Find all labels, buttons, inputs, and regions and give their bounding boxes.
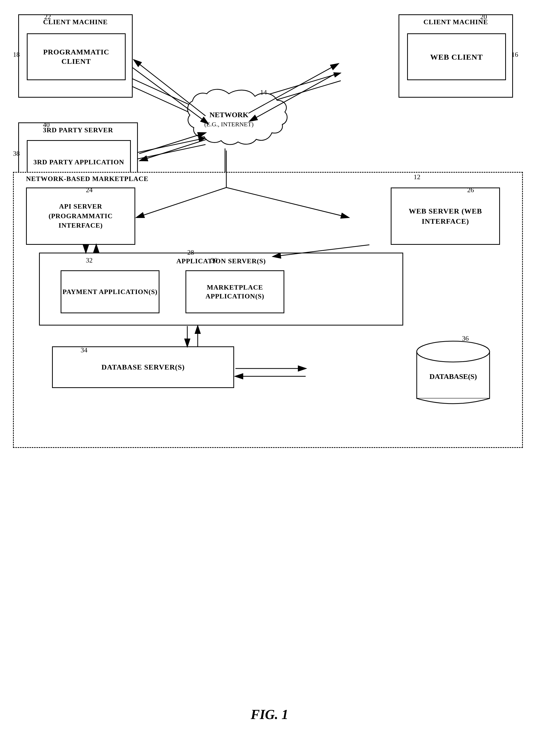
web-client-box: WEB CLIENT [407,33,506,80]
ref-34: 34 [81,346,87,354]
marketplace-label: NETWORK-BASED MARKETPLACE [26,175,149,183]
ref-36: 36 [462,334,469,342]
client-machine-left-label: CLIENT MACHINE [43,18,108,26]
client-machine-left-outer: CLIENT MACHINE PROGRAMMATIC CLIENT [18,14,133,98]
svg-point-24 [417,341,490,362]
payment-app-box: PAYMENT APPLICATION(S) [61,270,159,313]
third-party-server-label: 3RD PARTY SERVER [43,126,113,134]
ref-40: 40 [43,121,50,129]
app-server-outer: APPLICATION SERVER(S) PAYMENT APPLICATIO… [39,252,403,326]
ref-26: 26 [467,186,474,194]
figure-label: FIG. 1 [251,707,288,722]
web-server-box: WEB SERVER (WEB INTERFACE) [391,187,500,245]
databases-cylinder: DATABASE(S) [412,336,495,410]
ref-16: 16 [511,51,518,58]
client-machine-right-label: CLIENT MACHINE [424,18,488,26]
database-server-box: DATABASE SERVER(S) [52,346,234,388]
svg-text:(E.G., INTERNET): (E.G., INTERNET) [204,121,253,128]
ref-20: 20 [480,13,487,21]
ref-32: 32 [86,256,93,264]
api-server-box: API SERVER (PROGRAMMATIC INTERFACE) [26,187,135,245]
ref-22: 22 [44,13,51,21]
ref-24: 24 [86,186,93,194]
diagram: 10 CLIENT MACHINE PROGRAMMATIC CLIENT 22… [0,0,539,756]
app-server-label: APPLICATION SERVER(S) [176,257,266,265]
ref-18: 18 [13,51,20,58]
svg-text:DATABASE(S): DATABASE(S) [429,372,477,380]
ref-12: 12 [414,173,421,181]
client-machine-right-outer: CLIENT MACHINE WEB CLIENT [399,14,513,98]
ref-28: 28 [187,249,194,256]
programmatic-client-box: PROGRAMMATIC CLIENT [27,33,126,80]
ref-38: 38 [13,150,20,157]
ref-30: 30 [211,256,217,264]
svg-text:NETWORK: NETWORK [209,111,249,119]
ref-14: 14 [260,89,267,96]
marketplace-app-box: MARKETPLACE APPLICATION(S) [186,270,284,313]
network-cloud: NETWORK (E.G., INTERNET) [169,86,289,160]
